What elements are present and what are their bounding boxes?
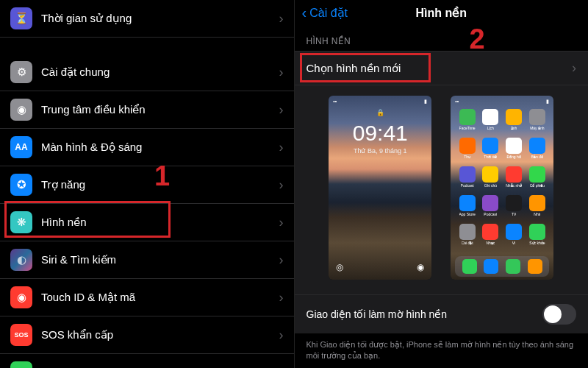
- row-label: Chọn hình nền mới: [306, 62, 568, 75]
- status-bar: ••▮: [455, 99, 549, 105]
- app-grid: FaceTimeLịchẢnhMáy ảnhThưThời tiếtĐồng h…: [456, 109, 548, 255]
- camera-icon: ◉: [417, 262, 424, 272]
- wallpaper-previews: ••▮ 🔒 09:41 Thứ Ba, 9 tháng 1 ◎ ◉ ••▮ Fa…: [295, 85, 589, 294]
- settings-list-panel: ⏳ Thời gian sử dụng › ⚙ Cài đặt chung › …: [0, 0, 295, 368]
- app-icon: Đồng hồ: [503, 138, 525, 164]
- settings-row-battery[interactable]: ▮ Pin ›: [0, 354, 294, 368]
- dock-app-icon: [462, 259, 477, 274]
- chevron-right-icon: ›: [279, 177, 284, 193]
- toggle-label: Giao diện tối làm mờ hình nền: [306, 308, 543, 320]
- settings-row-general[interactable]: ⚙ Cài đặt chung ›: [0, 54, 294, 91]
- app-icon: Bản đồ: [527, 138, 548, 164]
- dock-app-icon: [528, 259, 542, 274]
- app-icon: Ví: [503, 224, 525, 250]
- settings-row-wallpaper[interactable]: ❋ Hình nền ›: [0, 204, 294, 241]
- footer-text-1: Khi Giao diện tối được bật, iPhone sẽ là…: [295, 333, 589, 364]
- app-icon: Ghi chú: [480, 166, 501, 193]
- toggle-icon: ◉: [10, 99, 32, 121]
- chevron-right-icon: ›: [279, 365, 284, 369]
- dock: [455, 256, 549, 277]
- back-label: Cài đặt: [309, 6, 348, 20]
- dark-dim-wallpaper-row: Giao diện tối làm mờ hình nền: [295, 294, 589, 333]
- choose-new-wallpaper-row[interactable]: Chọn hình nền mới ›: [295, 51, 589, 85]
- app-icon: Thư: [456, 138, 478, 164]
- hourglass-icon: ⏳: [10, 7, 32, 29]
- chevron-right-icon: ›: [279, 328, 284, 343]
- app-icon: App Store: [456, 195, 478, 222]
- dark-dim-toggle[interactable]: [542, 304, 576, 325]
- home-screen-preview[interactable]: ••▮ FaceTimeLịchẢnhMáy ảnhThưThời tiếtĐồ…: [451, 96, 553, 280]
- siri-icon: ◐: [10, 249, 32, 271]
- chevron-right-icon: ›: [279, 290, 284, 305]
- chevron-right-icon: ›: [279, 140, 284, 155]
- app-icon: Nhắc nhở: [503, 166, 525, 193]
- app-icon: Cài đặt: [456, 224, 478, 250]
- sos-icon: SOS: [10, 324, 32, 346]
- fingerprint-icon: ◉: [10, 286, 32, 308]
- section-header: HÌNH NỀN: [295, 29, 589, 51]
- lock-icon: 🔒: [329, 109, 431, 116]
- row-label: Siri & Tìm kiếm: [41, 253, 275, 266]
- settings-row-touchid[interactable]: ◉ Touch ID & Mật mã ›: [0, 279, 294, 316]
- toggle-knob: [544, 305, 562, 323]
- lock-date: Thứ Ba, 9 tháng 1: [329, 147, 431, 155]
- app-icon: Nhạc: [480, 224, 501, 250]
- chevron-right-icon: ›: [279, 102, 284, 118]
- nav-header: ‹ Cài đặt Hình nền: [295, 0, 589, 29]
- text-size-icon: AA: [10, 136, 32, 158]
- section-gap: [0, 38, 294, 54]
- dock-app-icon: [506, 259, 520, 274]
- lock-time: 09:41: [329, 121, 431, 146]
- flower-icon: ❋: [10, 211, 32, 233]
- row-label: Màn hình & Độ sáng: [41, 141, 275, 154]
- lock-screen-preview[interactable]: ••▮ 🔒 09:41 Thứ Ba, 9 tháng 1 ◎ ◉: [329, 96, 431, 280]
- row-label: Cài đặt chung: [41, 66, 275, 79]
- row-label: SOS khẩn cấp: [41, 328, 275, 342]
- chevron-right-icon: ›: [279, 65, 284, 80]
- chevron-left-icon: ‹: [302, 4, 307, 21]
- gear-icon: ⚙: [10, 61, 32, 83]
- app-icon: Lịch: [480, 109, 501, 135]
- app-icon: TV: [503, 195, 525, 222]
- app-icon: Sức khỏe: [527, 224, 548, 250]
- app-icon: Cổ phiếu: [527, 166, 548, 193]
- footer-text-2: Hình nền động và thu phóng phối cảnh bị …: [295, 364, 589, 368]
- chevron-right-icon: ›: [572, 60, 576, 76]
- settings-row-control-center[interactable]: ◉ Trung tâm điều khiển ›: [0, 91, 294, 129]
- app-icon: Máy ảnh: [527, 109, 548, 135]
- app-icon: Thời tiết: [480, 138, 501, 164]
- row-label: Hình nền: [41, 216, 275, 229]
- app-icon: FaceTime: [456, 109, 478, 135]
- flashlight-icon: ◎: [336, 262, 343, 272]
- settings-row-sos[interactable]: SOS SOS khẩn cấp ›: [0, 316, 294, 354]
- annotation-number-1: 1: [154, 160, 170, 192]
- app-icon: Ảnh: [503, 109, 525, 135]
- chevron-right-icon: ›: [279, 11, 284, 26]
- app-icon: Nhà: [527, 195, 548, 222]
- battery-icon: ▮: [10, 361, 32, 368]
- chevron-right-icon: ›: [279, 252, 284, 268]
- chevron-right-icon: ›: [279, 215, 284, 230]
- row-label: Trung tâm điều khiển: [41, 103, 275, 116]
- accessibility-icon: ✪: [10, 174, 32, 196]
- settings-row-display[interactable]: AA Màn hình & Độ sáng ›: [0, 129, 294, 166]
- settings-row-accessibility[interactable]: ✪ Trợ năng ›: [0, 166, 294, 204]
- back-button[interactable]: ‹ Cài đặt: [302, 4, 348, 21]
- row-label: Touch ID & Mật mã: [41, 291, 275, 304]
- row-label: Thời gian sử dụng: [41, 12, 275, 25]
- settings-row-screen-time[interactable]: ⏳ Thời gian sử dụng ›: [0, 0, 294, 38]
- lock-bottom-icons: ◎ ◉: [336, 262, 424, 272]
- dock-app-icon: [484, 259, 498, 274]
- wallpaper-detail-panel: ‹ Cài đặt Hình nền HÌNH NỀN Chọn hình nề…: [295, 0, 589, 368]
- app-icon: Podcast: [456, 166, 478, 193]
- settings-row-siri[interactable]: ◐ Siri & Tìm kiếm ›: [0, 241, 294, 279]
- status-bar: ••▮: [333, 99, 427, 105]
- annotation-number-2: 2: [470, 24, 485, 55]
- app-icon: Podcast: [480, 195, 501, 222]
